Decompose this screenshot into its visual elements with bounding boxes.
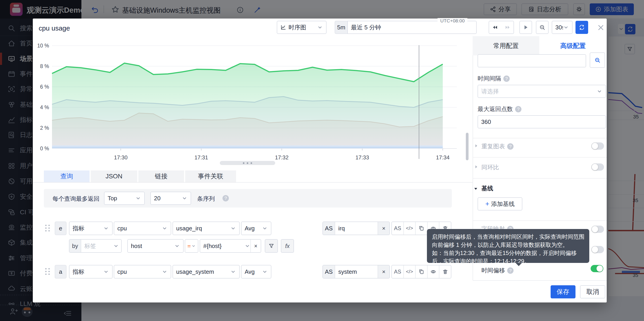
alias-input[interactable]: system — [335, 268, 378, 275]
filter-value[interactable]: #{host} — [200, 242, 244, 250]
alias-group: AS irq × — [322, 222, 390, 235]
alias-input[interactable]: irq — [335, 225, 378, 232]
query-type-select[interactable]: 指标 — [69, 222, 112, 235]
code-mode-button[interactable]: </> — [404, 222, 416, 235]
top-select[interactable]: Top — [104, 192, 145, 205]
clear-alias-icon[interactable]: × — [378, 266, 390, 278]
chart-title[interactable]: cpu usage — [39, 24, 70, 32]
copy-query-button[interactable] — [416, 222, 428, 235]
timeseries-chart[interactable]: 0 %2 %4 %6 %8 %10 %17:3017:3117:3217:331… — [33, 36, 472, 172]
time-offset-label: 时间偏移? — [482, 266, 514, 274]
step-forward-button[interactable] — [501, 21, 514, 34]
svg-text:17:30: 17:30 — [114, 154, 128, 160]
baseline-section-label: 基线 — [482, 184, 493, 192]
tab-common-config[interactable]: 常用配置 — [472, 36, 539, 56]
tab-query[interactable]: 查询 — [44, 170, 90, 182]
tooltip-line: 向前偏移 1 分钟，以防止入库延迟导致数据获取为空。 — [432, 241, 584, 249]
help-icon[interactable]: ? — [507, 143, 514, 150]
rewind-icon — [492, 24, 498, 30]
caret-right-icon[interactable] — [474, 143, 479, 148]
max-points-input[interactable]: 360 — [478, 115, 606, 128]
panel-zoom-out-button[interactable] — [590, 52, 605, 68]
caret-down-icon[interactable] — [473, 186, 478, 191]
compare-toggle[interactable] — [591, 164, 604, 171]
help-icon[interactable]: ? — [222, 195, 229, 202]
query-type-select[interactable]: 指标 — [69, 265, 112, 278]
measurement-select[interactable]: cpu — [114, 222, 171, 235]
clear-alias-icon[interactable]: × — [378, 222, 390, 235]
svg-text:4 %: 4 % — [40, 104, 49, 110]
filter-value-group: #{host} × — [200, 239, 261, 253]
zoom-out-icon — [539, 24, 545, 30]
delete-query-button[interactable] — [439, 266, 451, 278]
hidden-row-toggle[interactable] — [591, 246, 604, 253]
field-select[interactable]: usage_irq — [172, 222, 240, 235]
tooltip-line: 启用时间偏移后，当查询相对时间区间时，实际查询时间范围 — [432, 232, 584, 241]
agg-select[interactable]: Avg — [241, 222, 271, 235]
result-limit-bar: 每个查询最多返回 Top 20 条序列 ? — [44, 189, 452, 208]
query-id-badge: a — [55, 265, 66, 278]
tab-json[interactable]: JSON — [91, 170, 137, 182]
add-baseline-button[interactable]: + 添加基线 — [478, 197, 522, 210]
section-divider — [473, 157, 607, 158]
caret-right-icon[interactable] — [474, 164, 479, 169]
remove-filter-icon[interactable]: × — [250, 240, 261, 252]
fx-button[interactable]: fx — [281, 239, 294, 253]
tab-links[interactable]: 链接 — [138, 170, 184, 182]
refresh-interval-select[interactable]: 30s — [552, 21, 572, 34]
field-value: usage_system — [176, 268, 230, 275]
as-toggle-button[interactable]: AS — [392, 266, 404, 278]
cancel-button[interactable]: 取消 — [580, 285, 605, 298]
agg-select[interactable]: Avg — [241, 265, 271, 278]
hide-query-button[interactable] — [428, 266, 440, 278]
measurement-value: cpu — [117, 268, 162, 275]
close-icon[interactable] — [597, 24, 604, 31]
agg-value: Avg — [245, 225, 262, 232]
group-by-group: by 标签 — [69, 239, 122, 253]
step-back-button[interactable] — [489, 21, 502, 34]
play-button[interactable] — [520, 21, 532, 34]
add-filter-button[interactable] — [265, 239, 278, 253]
copy-query-button[interactable] — [416, 266, 428, 278]
tab-event-relation[interactable]: 事件关联 — [185, 170, 236, 182]
refresh-button[interactable] — [576, 21, 588, 34]
chart-type-select[interactable]: 时序图 — [277, 21, 326, 34]
zoom-out-button[interactable] — [536, 21, 548, 34]
time-interval-placeholder: 请选择 — [481, 88, 596, 96]
group-by-placeholder[interactable]: 标签 — [81, 242, 113, 250]
timezone-label: UTC+08:00 — [438, 18, 468, 24]
time-offset-tooltip: 启用时间偏移后，当查询相对时间区间时，实际查询时间范围 向前偏移 1 分钟，以防… — [427, 229, 589, 263]
zoom-out-icon — [594, 57, 600, 63]
result-limit-prefix: 每个查询最多返回 — [52, 195, 100, 203]
drag-handle[interactable] — [45, 225, 50, 232]
count-select[interactable]: 20 — [150, 192, 191, 205]
svg-text:10 %: 10 % — [37, 43, 49, 48]
measurement-select[interactable]: cpu — [114, 265, 171, 278]
play-icon — [523, 24, 529, 30]
time-range-value: 最近 5 分钟 — [351, 24, 473, 32]
operator-select[interactable]: = — [185, 239, 198, 253]
field-mapping-toggle[interactable] — [591, 226, 604, 233]
query-actions-group: AS </> — [392, 265, 451, 278]
copy-icon — [418, 269, 424, 275]
save-button[interactable]: 保存 — [550, 285, 576, 298]
time-interval-select[interactable]: 请选择 — [478, 85, 606, 98]
chart-resize-handle[interactable] — [220, 161, 275, 165]
help-icon[interactable]: ? — [503, 76, 510, 82]
query-type-value: 指标 — [72, 268, 103, 276]
time-offset-toggle[interactable] — [591, 265, 603, 272]
drag-handle[interactable] — [45, 268, 50, 275]
query-id-badge: e — [55, 222, 66, 235]
help-icon[interactable]: ? — [507, 268, 514, 274]
query-type-value: 指标 — [72, 224, 103, 232]
panel-clipped-input[interactable] — [478, 54, 586, 67]
repeat-chart-toggle[interactable] — [591, 142, 604, 150]
as-toggle-button[interactable]: AS — [392, 222, 404, 235]
help-icon[interactable]: ? — [515, 106, 522, 112]
svg-text:17:34: 17:34 — [436, 154, 450, 160]
field-select[interactable]: usage_system — [172, 265, 240, 278]
count-select-value: 20 — [154, 195, 182, 202]
scrollbar-thumb[interactable] — [466, 133, 468, 160]
code-mode-button[interactable]: </> — [404, 266, 416, 278]
filter-tag-select[interactable]: host — [127, 239, 184, 253]
